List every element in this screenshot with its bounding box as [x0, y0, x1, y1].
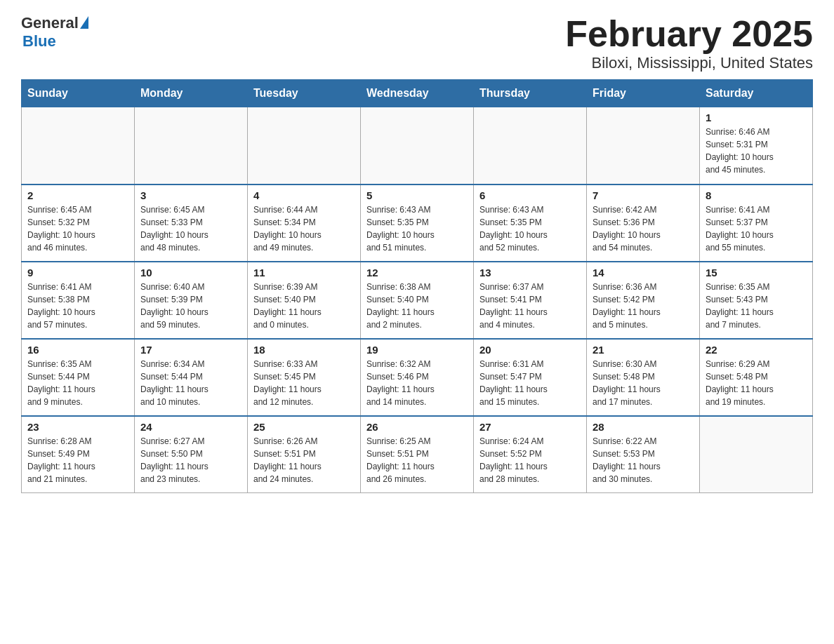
day-info: Sunrise: 6:39 AM Sunset: 5:40 PM Dayligh…: [253, 281, 355, 331]
calendar-header-row: SundayMondayTuesdayWednesdayThursdayFrid…: [22, 80, 813, 107]
weekday-header-saturday: Saturday: [700, 80, 813, 107]
calendar-cell: [361, 107, 474, 185]
day-number: 17: [140, 344, 241, 356]
day-info: Sunrise: 6:46 AM Sunset: 5:31 PM Dayligh…: [706, 126, 807, 176]
calendar-week-row: 23Sunrise: 6:28 AM Sunset: 5:49 PM Dayli…: [22, 416, 813, 493]
weekday-header-monday: Monday: [135, 80, 248, 107]
day-info: Sunrise: 6:29 AM Sunset: 5:48 PM Dayligh…: [706, 358, 807, 408]
day-info: Sunrise: 6:22 AM Sunset: 5:53 PM Dayligh…: [593, 435, 694, 485]
calendar-cell: 23Sunrise: 6:28 AM Sunset: 5:49 PM Dayli…: [22, 416, 135, 493]
day-info: Sunrise: 6:36 AM Sunset: 5:42 PM Dayligh…: [593, 281, 694, 331]
day-info: Sunrise: 6:30 AM Sunset: 5:48 PM Dayligh…: [593, 358, 694, 408]
day-info: Sunrise: 6:35 AM Sunset: 5:44 PM Dayligh…: [27, 358, 128, 408]
day-number: 28: [593, 421, 694, 433]
calendar-cell: 13Sunrise: 6:37 AM Sunset: 5:41 PM Dayli…: [474, 262, 587, 339]
day-number: 27: [479, 421, 581, 433]
weekday-header-thursday: Thursday: [474, 80, 587, 107]
calendar-cell: 8Sunrise: 6:41 AM Sunset: 5:37 PM Daylig…: [700, 185, 813, 262]
calendar-cell: 10Sunrise: 6:40 AM Sunset: 5:39 PM Dayli…: [135, 262, 248, 339]
day-info: Sunrise: 6:34 AM Sunset: 5:44 PM Dayligh…: [140, 358, 241, 408]
calendar-cell: 16Sunrise: 6:35 AM Sunset: 5:44 PM Dayli…: [22, 339, 135, 416]
calendar-cell: 21Sunrise: 6:30 AM Sunset: 5:48 PM Dayli…: [587, 339, 700, 416]
page-header: General Blue February 2025 Biloxi, Missi…: [21, 14, 813, 72]
day-info: Sunrise: 6:43 AM Sunset: 5:35 PM Dayligh…: [366, 203, 468, 254]
day-info: Sunrise: 6:27 AM Sunset: 5:50 PM Dayligh…: [140, 435, 241, 485]
day-info: Sunrise: 6:42 AM Sunset: 5:36 PM Dayligh…: [593, 203, 694, 254]
calendar-cell: 5Sunrise: 6:43 AM Sunset: 5:35 PM Daylig…: [361, 185, 474, 262]
calendar-cell: 22Sunrise: 6:29 AM Sunset: 5:48 PM Dayli…: [700, 339, 813, 416]
day-info: Sunrise: 6:25 AM Sunset: 5:51 PM Dayligh…: [366, 435, 468, 485]
day-info: Sunrise: 6:43 AM Sunset: 5:35 PM Dayligh…: [479, 203, 581, 254]
day-number: 5: [366, 189, 468, 201]
day-info: Sunrise: 6:28 AM Sunset: 5:49 PM Dayligh…: [27, 435, 128, 485]
day-info: Sunrise: 6:24 AM Sunset: 5:52 PM Dayligh…: [479, 435, 581, 485]
day-info: Sunrise: 6:26 AM Sunset: 5:51 PM Dayligh…: [253, 435, 355, 485]
calendar-cell: 24Sunrise: 6:27 AM Sunset: 5:50 PM Dayli…: [135, 416, 248, 493]
day-number: 2: [27, 189, 128, 201]
calendar-cell: 28Sunrise: 6:22 AM Sunset: 5:53 PM Dayli…: [587, 416, 700, 493]
day-number: 23: [27, 421, 128, 433]
day-number: 6: [479, 189, 581, 201]
day-number: 21: [593, 344, 694, 356]
calendar-cell: 14Sunrise: 6:36 AM Sunset: 5:42 PM Dayli…: [587, 262, 700, 339]
calendar-cell: 11Sunrise: 6:39 AM Sunset: 5:40 PM Dayli…: [248, 262, 361, 339]
calendar-cell: 3Sunrise: 6:45 AM Sunset: 5:33 PM Daylig…: [135, 185, 248, 262]
weekday-header-tuesday: Tuesday: [248, 80, 361, 107]
calendar-cell: 17Sunrise: 6:34 AM Sunset: 5:44 PM Dayli…: [135, 339, 248, 416]
logo: General Blue: [21, 14, 88, 51]
day-info: Sunrise: 6:37 AM Sunset: 5:41 PM Dayligh…: [479, 281, 581, 331]
logo-general-text: General: [21, 14, 79, 32]
day-number: 19: [366, 344, 468, 356]
calendar-cell: 20Sunrise: 6:31 AM Sunset: 5:47 PM Dayli…: [474, 339, 587, 416]
calendar-week-row: 16Sunrise: 6:35 AM Sunset: 5:44 PM Dayli…: [22, 339, 813, 416]
day-info: Sunrise: 6:35 AM Sunset: 5:43 PM Dayligh…: [706, 281, 807, 331]
calendar-cell: [587, 107, 700, 185]
day-info: Sunrise: 6:41 AM Sunset: 5:37 PM Dayligh…: [706, 203, 807, 254]
day-number: 20: [479, 344, 581, 356]
calendar-cell: 7Sunrise: 6:42 AM Sunset: 5:36 PM Daylig…: [587, 185, 700, 262]
day-number: 10: [140, 267, 241, 279]
day-number: 25: [253, 421, 355, 433]
calendar-cell: 9Sunrise: 6:41 AM Sunset: 5:38 PM Daylig…: [22, 262, 135, 339]
calendar-cell: [22, 107, 135, 185]
day-number: 4: [253, 189, 355, 201]
day-info: Sunrise: 6:41 AM Sunset: 5:38 PM Dayligh…: [27, 281, 128, 331]
day-number: 14: [593, 267, 694, 279]
day-info: Sunrise: 6:45 AM Sunset: 5:33 PM Dayligh…: [140, 203, 241, 254]
calendar-cell: 26Sunrise: 6:25 AM Sunset: 5:51 PM Dayli…: [361, 416, 474, 493]
day-info: Sunrise: 6:33 AM Sunset: 5:45 PM Dayligh…: [253, 358, 355, 408]
day-number: 18: [253, 344, 355, 356]
calendar-week-row: 2Sunrise: 6:45 AM Sunset: 5:32 PM Daylig…: [22, 185, 813, 262]
calendar-cell: [474, 107, 587, 185]
day-number: 9: [27, 267, 128, 279]
weekday-header-sunday: Sunday: [22, 80, 135, 107]
day-number: 11: [253, 267, 355, 279]
day-number: 3: [140, 189, 241, 201]
calendar-cell: 4Sunrise: 6:44 AM Sunset: 5:34 PM Daylig…: [248, 185, 361, 262]
day-info: Sunrise: 6:32 AM Sunset: 5:46 PM Dayligh…: [366, 358, 468, 408]
day-number: 22: [706, 344, 807, 356]
page-title: February 2025: [565, 14, 813, 54]
calendar-table: SundayMondayTuesdayWednesdayThursdayFrid…: [21, 79, 813, 493]
day-info: Sunrise: 6:38 AM Sunset: 5:40 PM Dayligh…: [366, 281, 468, 331]
calendar-cell: 6Sunrise: 6:43 AM Sunset: 5:35 PM Daylig…: [474, 185, 587, 262]
day-number: 24: [140, 421, 241, 433]
day-number: 13: [479, 267, 581, 279]
logo-blue-text: Blue: [22, 32, 56, 51]
day-number: 15: [706, 267, 807, 279]
calendar-cell: 27Sunrise: 6:24 AM Sunset: 5:52 PM Dayli…: [474, 416, 587, 493]
title-block: February 2025 Biloxi, Mississippi, Unite…: [565, 14, 813, 72]
page-subtitle: Biloxi, Mississippi, United States: [565, 54, 813, 72]
calendar-cell: [248, 107, 361, 185]
day-number: 8: [706, 189, 807, 201]
day-number: 26: [366, 421, 468, 433]
calendar-cell: 19Sunrise: 6:32 AM Sunset: 5:46 PM Dayli…: [361, 339, 474, 416]
day-info: Sunrise: 6:44 AM Sunset: 5:34 PM Dayligh…: [253, 203, 355, 254]
day-info: Sunrise: 6:40 AM Sunset: 5:39 PM Dayligh…: [140, 281, 241, 331]
weekday-header-friday: Friday: [587, 80, 700, 107]
calendar-cell: [700, 416, 813, 493]
calendar-cell: 1Sunrise: 6:46 AM Sunset: 5:31 PM Daylig…: [700, 107, 813, 185]
day-info: Sunrise: 6:45 AM Sunset: 5:32 PM Dayligh…: [27, 203, 128, 254]
calendar-cell: 12Sunrise: 6:38 AM Sunset: 5:40 PM Dayli…: [361, 262, 474, 339]
weekday-header-wednesday: Wednesday: [361, 80, 474, 107]
